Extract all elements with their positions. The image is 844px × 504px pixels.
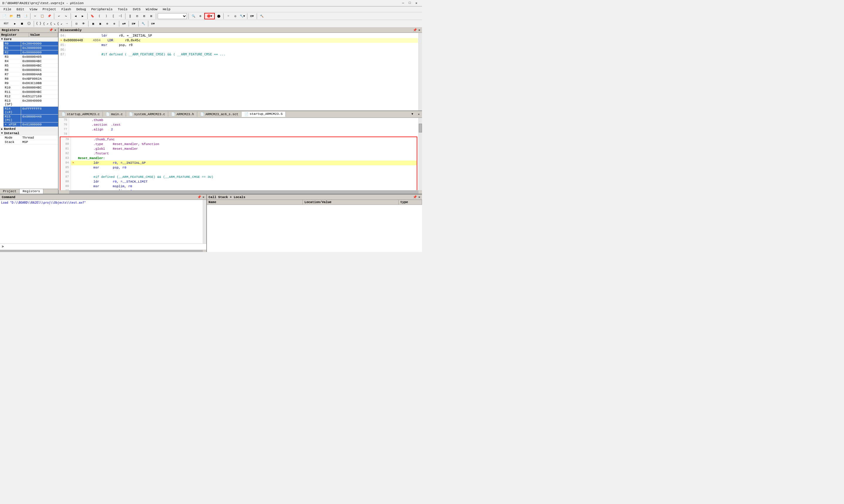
watch-btn[interactable]: 👁 [80,20,87,27]
reg-xpsr[interactable]: + xPSR 0x61000000 [3,123,58,127]
menu-project[interactable]: Project [40,7,58,12]
vscroll-thumb[interactable] [419,124,422,132]
save-all-btn[interactable]: 📑 [22,13,29,19]
menu-peripherals[interactable]: Peripherals [89,7,115,12]
menu-tools[interactable]: Tools [115,7,130,12]
step-into-btn[interactable]: {} [26,20,32,27]
indent-btn[interactable]: →| [117,13,124,19]
find-btn[interactable]: 🔍 [190,13,197,19]
trace-btn[interactable]: ⊗ [111,20,118,27]
ref-btn[interactable]: ⚙ [197,13,204,19]
target-btn[interactable]: ◎ [232,13,238,19]
step-btn4[interactable]: { ↙ [57,20,63,27]
command-input[interactable] [5,245,206,249]
menu-debug[interactable]: Debug [74,7,88,12]
code-inner[interactable]: 75 .thumb 76 .section .text 77 [59,118,418,191]
menu-edit[interactable]: Edit [14,7,26,12]
copy-btn[interactable]: 📋 [39,13,46,19]
debug-highlighted-btn[interactable]: 🔴▼ [204,13,215,19]
disassembly-content[interactable]: 84: ldr r0, =__INITIAL_SP ➤ 0x00000448 4… [59,33,418,110]
reg-r14[interactable]: R14 (LR) 0xFFFFFFF8 [3,107,58,114]
reg-r7[interactable]: R7 0x000004AB [3,72,58,77]
cmd-show-btn[interactable]: ⊡ [73,20,80,27]
core-group[interactable]: ▼ Core [0,37,58,42]
prev-bm-btn[interactable]: ⟨ [96,13,103,19]
step-btn1[interactable]: { } [35,20,42,27]
internal-group[interactable]: ▼ Internal [0,131,58,136]
reg-r9[interactable]: R9 0xD63C10BB [3,81,58,86]
back-btn[interactable]: ◀ [72,13,79,19]
disasm-close-btn[interactable]: ✕ [418,28,420,32]
reg-mode[interactable]: Mode Thread [3,136,58,140]
disasm-pin-btn[interactable]: 📌 [413,28,417,32]
reg-r12[interactable]: R12 0xE5127169 [3,94,58,99]
open-btn[interactable]: 📂 [8,13,15,19]
run2-btn[interactable]: ▶ [12,20,18,27]
window-controls[interactable]: — □ ✕ [400,1,420,5]
project-tab[interactable]: Project [0,189,20,194]
run-btn[interactable]: ⬤ [215,13,222,19]
cs-pin-btn[interactable]: 📌 [413,195,417,199]
view2-btn[interactable]: ⊞▼ [130,20,137,27]
banked-group[interactable]: ▶ Banked [0,127,58,131]
reg-r11[interactable]: R11 0x000004BC [3,90,58,94]
reg-r13[interactable]: R13 (SP) 0x20040000 [3,99,58,107]
reg-r8[interactable]: R8 0xABF0962A [3,77,58,81]
new-btn[interactable]: 📄 [1,13,7,19]
tab-dropdown-btn[interactable]: ▼ [409,111,416,118]
menu-window[interactable]: Window [144,7,160,12]
maximize-btn[interactable]: □ [407,1,413,5]
reg-r0[interactable]: R0 0x20040000 [3,42,58,46]
reg-close-btn[interactable]: ✕ [54,28,56,32]
step2-btn[interactable]: ‖ [127,13,133,19]
lib-combo[interactable]: LIB_MEM_ERR_NONE [158,13,187,19]
reg-r1[interactable]: R1 0x20000000 [3,46,58,50]
bookmark-btn[interactable]: 🔖 [89,13,95,19]
run-to-btn[interactable]: → [64,20,70,27]
tab-startup-s[interactable]: 📄 startup_ARMCM23.S [241,112,286,117]
reg-r6[interactable]: R6 0x00000001 [3,68,58,72]
cut-btn[interactable]: ✂ [32,13,38,19]
view-btn[interactable]: ⊞▼ [249,13,255,19]
tools-btn[interactable]: 🔨 [258,13,265,19]
reg-stack[interactable]: Stack MSP [3,140,58,144]
mem-btn[interactable]: ▦ [90,20,96,27]
step5-btn[interactable]: ⊠ [148,13,155,19]
reg-pin-btn[interactable]: 📌 [49,28,53,32]
config-btn[interactable]: 🔧▼ [239,13,246,19]
misc-btn[interactable]: 🔧 [140,20,146,27]
menu-svcs[interactable]: SVCS [130,7,143,12]
reg-r15[interactable]: R15 (PC) 0x00000448 [3,114,58,123]
tab-close-all-btn[interactable]: ✕ [416,111,422,118]
step-btn3[interactable]: { ↘ [50,20,56,27]
reg-r10[interactable]: R10 0x000004BC [3,86,58,90]
reg-r2[interactable]: R2 0x80000000 [3,50,58,55]
cs-close-btn[interactable]: ✕ [418,195,420,199]
menu-view[interactable]: View [27,7,39,12]
stop-btn[interactable]: ○ [225,13,232,19]
reg-r3[interactable]: R3 0x00000405 [3,55,58,59]
sys-btn[interactable]: ⊕ [104,20,110,27]
close-btn[interactable]: ✕ [413,1,420,5]
settings-btn[interactable]: ⚙▼ [150,20,156,27]
cmd-hscroll[interactable] [0,250,203,252]
cmd-pin-btn[interactable]: 📌 [197,195,201,199]
redo-btn[interactable]: ↪ [63,13,69,19]
stop2-btn[interactable]: ⏹ [19,20,25,27]
fwd-btn[interactable]: ▶ [79,13,86,19]
tab-startup1[interactable]: 📄 startup_ARMCM23.c [59,112,103,116]
menu-flash[interactable]: Flash [59,7,73,12]
step4-btn[interactable]: ⊞ [141,13,147,19]
reset-btn[interactable]: RST [1,20,11,27]
reg-r5[interactable]: R5 0x000004BC [3,64,58,68]
tab-system[interactable]: 📄 system_ARMCM23.c [126,112,168,116]
bm2-btn[interactable]: ⟦ [110,13,116,19]
code-hscroll[interactable] [69,191,418,194]
save-btn[interactable]: 💾 [15,13,22,19]
paste-btn[interactable]: 📌 [46,13,52,19]
next-bm-btn[interactable]: ⟩ [103,13,110,19]
menu-file[interactable]: File [1,7,14,12]
anlz-btn[interactable]: ◈▼ [121,20,127,27]
code-vscroll[interactable] [418,118,422,191]
undo-btn[interactable]: ↩ [56,13,62,19]
